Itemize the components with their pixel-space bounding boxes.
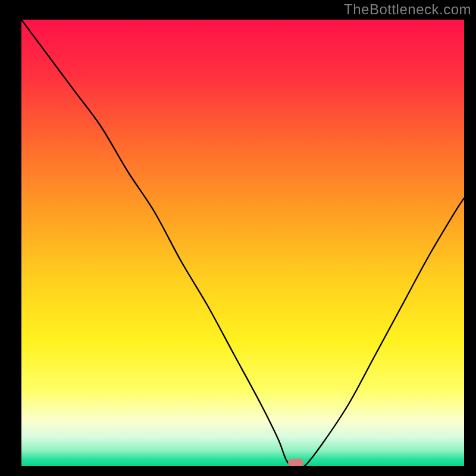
plot-area	[21, 20, 464, 466]
watermark-text: TheBottleneck.com	[344, 1, 471, 18]
chart-curve	[21, 20, 464, 466]
optimal-marker	[288, 459, 303, 466]
bottleneck-curve-path	[21, 20, 464, 466]
chart-frame: TheBottleneck.com	[0, 0, 476, 476]
